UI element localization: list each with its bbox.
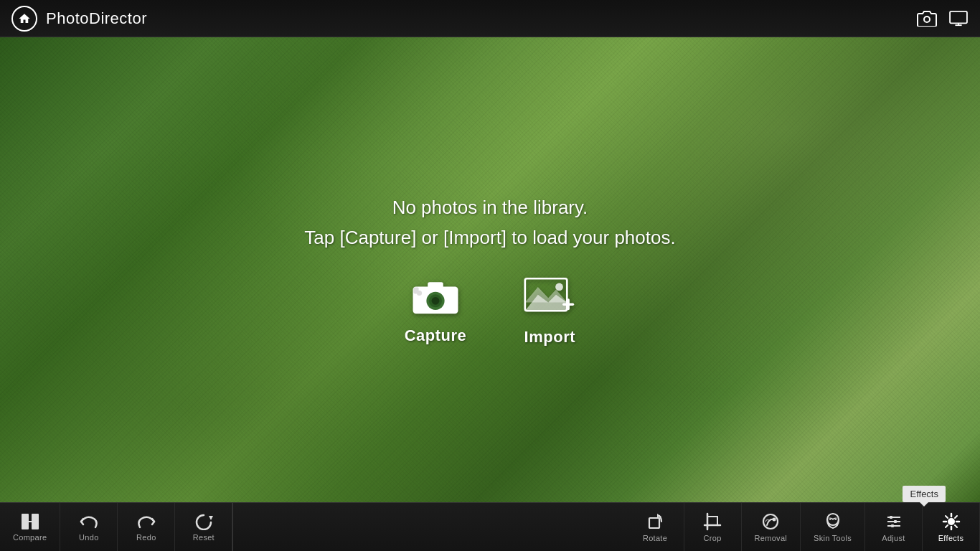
svg-point-11 — [417, 290, 422, 295]
toolbar-reset[interactable]: Reset — [175, 503, 232, 551]
toolbar-adjust[interactable]: Adjust — [865, 503, 923, 551]
svg-rect-17 — [567, 298, 570, 310]
crop-icon — [703, 512, 722, 531]
header: PhotoDirector — [0, 0, 980, 37]
toolbar-compare[interactable]: Compare — [0, 503, 60, 551]
svg-point-30 — [773, 517, 776, 521]
svg-rect-18 — [22, 514, 29, 529]
svg-rect-26 — [707, 517, 717, 525]
skin-tools-icon — [824, 512, 842, 531]
toolbar-effects[interactable]: Effects — [923, 503, 980, 551]
toolbar-rotate[interactable]: Rotate — [627, 503, 684, 551]
import-button[interactable]: Import — [524, 275, 575, 347]
header-monitor-icon[interactable] — [948, 11, 969, 27]
removal-icon — [761, 512, 780, 531]
redo-label: Redo — [136, 533, 156, 542]
crop-label: Crop — [704, 534, 722, 542]
adjust-icon — [885, 512, 903, 531]
svg-point-15 — [555, 283, 563, 291]
adjust-label: Adjust — [882, 534, 905, 542]
svg-rect-37 — [890, 516, 892, 519]
svg-rect-39 — [891, 524, 894, 527]
rotate-icon — [646, 512, 664, 531]
header-camera-icon[interactable] — [917, 11, 937, 27]
svg-rect-38 — [894, 520, 897, 523]
reset-icon — [194, 513, 213, 530]
rotate-label: Rotate — [643, 534, 667, 542]
svg-marker-21 — [209, 516, 213, 520]
svg-rect-19 — [32, 514, 39, 529]
effects-label: Effects — [938, 534, 964, 542]
svg-point-40 — [948, 518, 955, 525]
skin-tools-label: Skin Tools — [814, 534, 852, 542]
svg-rect-22 — [649, 518, 659, 528]
svg-line-46 — [955, 525, 957, 527]
undo-icon — [80, 513, 98, 530]
capture-button[interactable]: Capture — [405, 276, 467, 345]
svg-point-33 — [834, 517, 837, 520]
import-icon — [524, 275, 575, 318]
svg-rect-0 — [950, 11, 967, 23]
action-buttons: Capture Import — [405, 275, 576, 347]
header-right — [917, 11, 969, 27]
toolbar-skin-tools[interactable]: Skin Tools — [801, 503, 865, 551]
capture-label: Capture — [405, 326, 467, 345]
empty-library-message: No photos in the library. Tap [Capture] … — [304, 193, 675, 253]
compare-label: Compare — [13, 533, 47, 542]
toolbar-right: Rotate Crop — [627, 503, 980, 551]
effects-tooltip: Effects — [903, 486, 946, 502]
toolbar-redo[interactable]: Redo — [118, 503, 175, 551]
toolbar-removal[interactable]: Removal — [742, 503, 801, 551]
svg-line-47 — [955, 516, 957, 518]
main-content: No photos in the library. Tap [Capture] … — [0, 37, 980, 502]
svg-point-32 — [829, 517, 831, 520]
bottom-toolbar: Compare Undo Redo — [0, 502, 980, 551]
toolbar-undo[interactable]: Undo — [60, 503, 118, 551]
removal-label: Removal — [755, 534, 788, 542]
import-label: Import — [524, 328, 575, 347]
svg-line-48 — [946, 525, 948, 527]
capture-icon — [410, 276, 461, 316]
redo-icon — [137, 513, 156, 530]
svg-line-45 — [946, 516, 948, 518]
header-left: PhotoDirector — [11, 6, 147, 32]
svg-point-8 — [432, 296, 440, 304]
undo-label: Undo — [79, 533, 99, 542]
svg-rect-9 — [428, 282, 443, 288]
reset-label: Reset — [193, 533, 215, 542]
toolbar-crop[interactable]: Crop — [684, 503, 742, 551]
effects-icon — [942, 512, 961, 531]
toolbar-left: Compare Undo Redo — [0, 503, 233, 551]
home-icon[interactable] — [11, 6, 37, 32]
app-title: PhotoDirector — [46, 9, 147, 28]
compare-icon — [21, 513, 39, 530]
